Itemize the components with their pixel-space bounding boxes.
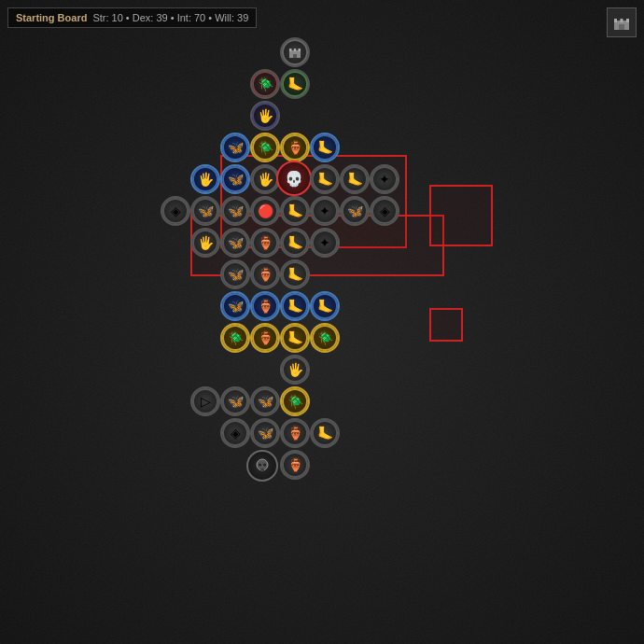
node-r13c3-skull[interactable] [246, 450, 276, 480]
node-r12c3[interactable]: ◈ [220, 418, 250, 448]
node-r7c3[interactable]: 🦋 [220, 259, 250, 289]
node-r6c3[interactable]: 🦋 [220, 228, 250, 258]
node-r7c4[interactable]: 🏺 [250, 259, 280, 289]
header-bar: Starting Board Str: 10 • Dex: 39 • Int: … [7, 7, 257, 28]
node-r11c5[interactable]: 🪲 [280, 386, 310, 416]
node-r9c4[interactable]: 🏺 [250, 323, 280, 353]
svg-rect-2 [621, 19, 623, 22]
red-selection-right [429, 185, 493, 246]
svg-rect-4 [619, 24, 624, 30]
node-r5c5[interactable]: 🦶 [280, 196, 310, 226]
node-r5c1[interactable]: ◈ [161, 196, 190, 226]
svg-rect-1 [614, 19, 617, 22]
node-r8c3[interactable]: 🦋 [220, 291, 250, 321]
node-r7c5[interactable]: 🦶 [280, 259, 310, 289]
node-r0c5[interactable] [280, 37, 310, 67]
skill-board: 🪲 🦶 🖐 🦋 🪲 🏺 🦶 🖐 [131, 35, 504, 530]
node-r1c5[interactable]: 🦶 [280, 69, 310, 99]
node-r9c6[interactable]: 🪲 [310, 323, 340, 353]
node-r6c6[interactable]: ✦ [310, 228, 340, 258]
svg-point-12 [263, 464, 266, 467]
node-r6c2[interactable]: 🖐 [190, 228, 220, 258]
node-r4c3[interactable]: 🦋 [220, 164, 250, 194]
node-r4c6[interactable]: 🦶 [310, 164, 340, 194]
node-r9c5[interactable]: 🦶 [280, 323, 310, 353]
board-title: Starting Board [16, 12, 87, 23]
svg-rect-7 [294, 49, 297, 51]
node-r6c4[interactable]: 🏺 [250, 228, 280, 258]
node-r5c8[interactable]: ◈ [370, 196, 399, 226]
node-r8c5[interactable]: 🦶 [280, 291, 310, 321]
node-r1c4[interactable]: 🪲 [250, 69, 280, 99]
node-r3c3[interactable]: 🦋 [220, 133, 250, 162]
castle-icon[interactable] [607, 7, 637, 37]
node-r5c7[interactable]: 🦋 [340, 196, 370, 226]
node-r10c5[interactable]: 🖐 [280, 355, 310, 385]
node-r4c5-center[interactable]: 💀 [276, 161, 306, 190]
svg-rect-3 [626, 19, 629, 22]
node-r3c4[interactable]: 🪲 [250, 133, 280, 162]
svg-rect-8 [299, 49, 301, 51]
node-r3c5[interactable]: 🏺 [280, 133, 310, 162]
node-r6c5[interactable]: 🦶 [280, 228, 310, 258]
node-r4c7[interactable]: 🦶 [340, 164, 370, 194]
svg-rect-9 [293, 54, 297, 58]
node-r8c4[interactable]: 🏺 [250, 291, 280, 321]
node-r11c3[interactable]: 🦋 [220, 386, 250, 416]
node-r11c2[interactable]: ▷ [190, 386, 220, 416]
node-r5c2[interactable]: 🦋 [190, 196, 220, 226]
svg-rect-6 [289, 49, 292, 51]
node-r12c5[interactable]: 🏺 [280, 418, 310, 448]
red-selection-bottom-right [429, 308, 463, 342]
node-r5c3[interactable]: 🦋 [220, 196, 250, 226]
node-r13c4[interactable]: 🏺 [280, 450, 310, 480]
node-r3c6[interactable]: 🦶 [310, 133, 340, 162]
svg-point-11 [259, 464, 261, 467]
stats-display: Str: 10 • Dex: 39 • Int: 70 • Will: 39 [92, 12, 248, 23]
node-r5c6[interactable]: ✦ [310, 196, 340, 226]
node-r12c6[interactable]: 🦶 [310, 418, 340, 448]
node-r4c2[interactable]: 🖐 [190, 164, 220, 194]
node-r8c6[interactable]: 🦶 [310, 291, 340, 321]
node-r11c4[interactable]: 🦋 [250, 386, 280, 416]
node-r5c4[interactable]: 🔴 [250, 196, 280, 226]
node-r2c4[interactable]: 🖐 [250, 101, 280, 131]
node-r9c3[interactable]: 🪲 [220, 323, 250, 353]
node-r4c8[interactable]: ✦ [370, 164, 399, 194]
node-r12c4[interactable]: 🦋 [250, 418, 280, 448]
